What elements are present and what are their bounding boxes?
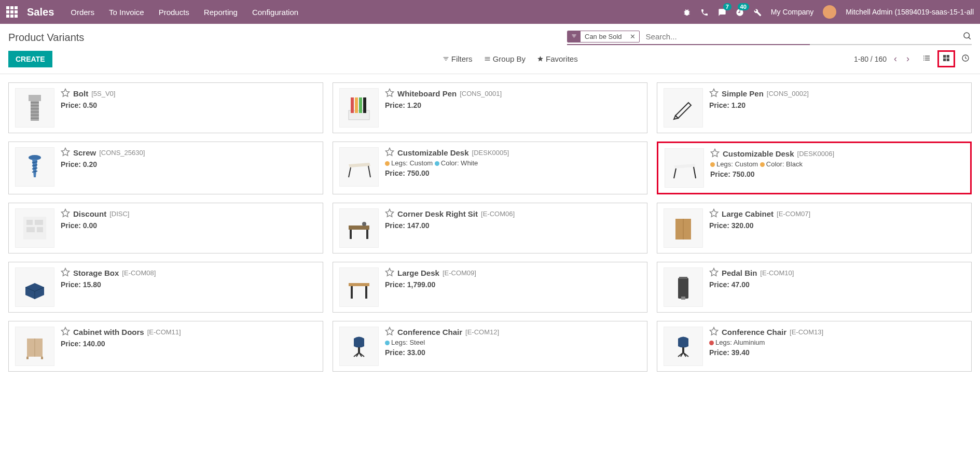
product-price: Price: 1,799.00 <box>385 280 641 289</box>
menu-item-orders[interactable]: Orders <box>71 8 94 17</box>
star-icon[interactable] <box>709 88 719 99</box>
svg-rect-4 <box>947 59 949 61</box>
product-sku: [CONS_0001] <box>460 90 502 97</box>
kanban-grid: Bolt [5S_V0]Price: 0.50Whiteboard Pen [C… <box>8 82 972 372</box>
user-menu[interactable]: Mitchell Admin (15894019-saas-15-1-all <box>846 8 974 16</box>
product-card[interactable]: Conference Chair [E-COM13]Legs: Aluminiu… <box>657 321 972 372</box>
pager-text[interactable]: 1-80 / 160 <box>854 55 887 63</box>
pager-prev[interactable]: ‹ <box>892 53 899 64</box>
svg-rect-2 <box>947 55 949 58</box>
product-price: Price: 0.00 <box>61 221 316 230</box>
product-sku: [CONS_0002] <box>767 90 809 97</box>
product-sku: [E-COM11] <box>147 328 181 336</box>
product-card[interactable]: Bolt [5S_V0]Price: 0.50 <box>8 82 323 133</box>
product-price: Price: 39.40 <box>709 348 965 357</box>
activities-icon[interactable]: 40 <box>736 7 744 16</box>
user-avatar[interactable] <box>823 5 836 19</box>
star-icon[interactable] <box>385 88 394 99</box>
product-card[interactable]: Screw [CONS_25630]Price: 0.20 <box>8 142 323 194</box>
star-icon[interactable] <box>61 267 70 278</box>
filter-chip-remove[interactable]: ✕ <box>626 31 639 42</box>
product-card[interactable]: Simple Pen [CONS_0002]Price: 1.20 <box>657 82 972 133</box>
create-button[interactable]: CREATE <box>8 51 52 67</box>
star-icon[interactable] <box>385 147 394 158</box>
phone-icon[interactable] <box>700 7 709 16</box>
product-price: Price: 15.80 <box>61 280 316 289</box>
product-sku: [E-COM12] <box>465 328 499 336</box>
product-image <box>665 148 704 188</box>
product-price: Price: 1.20 <box>385 101 641 109</box>
product-attrs: Legs: Aluminium <box>709 339 965 346</box>
product-card[interactable]: Whiteboard Pen [CONS_0001]Price: 1.20 <box>333 82 647 133</box>
product-card[interactable]: Discount [DISC]Price: 0.00 <box>8 203 323 253</box>
star-icon[interactable] <box>61 208 70 219</box>
product-price: Price: 33.00 <box>385 348 641 357</box>
product-attrs: Legs: Steel <box>385 339 641 346</box>
product-attrs: Legs: Custom Color: Black <box>710 160 964 168</box>
product-image <box>15 147 54 187</box>
product-name: Pedal Bin <box>722 269 757 277</box>
product-name: Discount <box>73 209 106 218</box>
star-icon[interactable] <box>61 327 70 337</box>
svg-rect-1 <box>943 55 946 58</box>
star-icon[interactable] <box>709 208 719 219</box>
product-card[interactable]: Large Cabinet [E-COM07]Price: 320.00 <box>657 203 972 253</box>
chat-badge: 7 <box>723 3 731 10</box>
product-card[interactable]: Pedal Bin [E-COM10]Price: 47.00 <box>657 262 972 313</box>
svg-point-0 <box>964 33 970 38</box>
star-icon[interactable] <box>385 327 394 337</box>
product-image <box>15 208 54 248</box>
product-image <box>339 267 379 307</box>
product-sku: [E-COM10] <box>760 269 794 277</box>
company-switcher[interactable]: My Company <box>771 8 813 16</box>
product-name: Simple Pen <box>722 89 764 98</box>
product-price: Price: 147.00 <box>385 221 641 230</box>
product-card[interactable]: Customizable Desk [DESK0005]Legs: Custom… <box>333 142 647 194</box>
pager: 1-80 / 160 ‹ › <box>854 53 912 64</box>
star-icon[interactable] <box>385 267 394 278</box>
product-image <box>664 88 703 128</box>
menu-item-to-invoice[interactable]: To Invoice <box>109 8 144 17</box>
view-kanban-button[interactable] <box>937 50 955 67</box>
filters-dropdown[interactable]: Filters <box>443 54 473 63</box>
svg-rect-3 <box>943 59 946 61</box>
product-name: Bolt <box>73 89 88 98</box>
product-image <box>664 327 703 366</box>
app-brand[interactable]: Sales <box>27 6 54 18</box>
product-card[interactable]: Corner Desk Right Sit [E-COM06]Price: 14… <box>333 203 647 253</box>
product-card[interactable]: Large Desk [E-COM09]Price: 1,799.00 <box>333 262 647 313</box>
menu-item-configuration[interactable]: Configuration <box>252 8 298 17</box>
product-image <box>339 147 379 187</box>
product-name: Corner Desk Right Sit <box>397 209 478 218</box>
star-icon[interactable] <box>709 327 719 337</box>
star-icon[interactable] <box>709 267 719 278</box>
search-icon[interactable] <box>962 31 972 42</box>
star-icon[interactable] <box>61 88 70 99</box>
menu-item-reporting[interactable]: Reporting <box>204 8 238 17</box>
view-list-button[interactable] <box>920 51 933 66</box>
apps-icon[interactable] <box>6 6 19 18</box>
favorites-dropdown[interactable]: Favorites <box>537 54 578 63</box>
pager-next[interactable]: › <box>904 53 912 64</box>
star-icon[interactable] <box>385 208 394 219</box>
product-sku: [CONS_25630] <box>99 149 145 157</box>
debug-icon[interactable] <box>683 7 691 16</box>
search-input[interactable] <box>643 30 959 43</box>
star-icon[interactable] <box>710 148 720 159</box>
product-image <box>15 88 54 128</box>
product-name: Customizable Desk <box>397 148 469 157</box>
product-card[interactable]: Cabinet with Doors [E-COM11]Price: 140.0… <box>8 321 323 372</box>
product-card[interactable]: Conference Chair [E-COM12]Legs: SteelPri… <box>333 321 647 372</box>
menu-item-products[interactable]: Products <box>159 8 189 17</box>
product-card[interactable]: Customizable Desk [DESK0006]Legs: Custom… <box>657 142 972 194</box>
product-sku: [E-COM08] <box>122 269 156 277</box>
product-sku: [5S_V0] <box>91 90 115 97</box>
product-price: Price: 1.20 <box>709 101 965 109</box>
groupby-dropdown[interactable]: Group By <box>484 54 526 63</box>
tools-icon[interactable] <box>753 7 762 16</box>
product-name: Customizable Desk <box>723 149 794 158</box>
chat-icon[interactable]: 7 <box>718 7 726 16</box>
star-icon[interactable] <box>61 147 70 158</box>
product-card[interactable]: Storage Box [E-COM08]Price: 15.80 <box>8 262 323 313</box>
view-activity-button[interactable] <box>959 52 972 66</box>
